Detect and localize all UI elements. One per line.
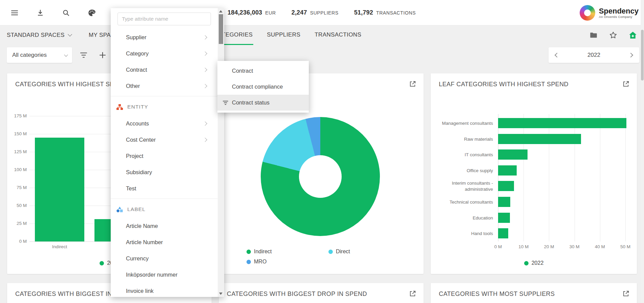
gridline (625, 114, 626, 241)
submenu-item-label: Contract (232, 68, 253, 74)
filter-icon (223, 100, 228, 105)
folder-icon[interactable] (588, 29, 599, 41)
menu-item-currency[interactable]: Currency (111, 250, 218, 266)
palette-icon[interactable] (85, 6, 99, 20)
submenu-item-contract-status[interactable]: Contract status (217, 95, 309, 111)
bar-indirect[interactable] (35, 138, 84, 241)
bar-technical-consultants[interactable] (498, 197, 510, 207)
bar-interim-consultants-administrative[interactable] (498, 181, 514, 191)
menu-item-label: Cost Center (126, 137, 156, 143)
nav-actions (588, 25, 639, 45)
download-icon[interactable] (33, 6, 47, 20)
menu-item-project[interactable]: Project (111, 148, 218, 164)
category-label: IT consultants (432, 152, 493, 158)
brand-subtitle: An Onventis Company (599, 15, 639, 19)
category-label: Hand tools (432, 231, 493, 237)
gridline (575, 114, 575, 241)
scroll-down-icon[interactable] (219, 293, 222, 295)
brand-name: Spendency (599, 7, 639, 15)
legend-label: Direct (336, 249, 350, 255)
menu-item-label: Invoice link (126, 288, 154, 294)
submenu-item-label: Contract status (232, 99, 270, 106)
stat-eur: 184,236,003EUR (228, 9, 276, 16)
menu-section-label: LABEL (111, 201, 218, 218)
menu-item-article-number[interactable]: Article Number (111, 234, 218, 250)
chart-legend: 2022 (431, 260, 637, 266)
external-link-icon[interactable] (622, 290, 630, 298)
bar-education[interactable] (498, 213, 510, 223)
menu-item-other[interactable]: Other (111, 78, 218, 94)
spendency-ring-icon (580, 5, 595, 21)
menu-item-test[interactable]: Test (111, 180, 218, 196)
tab-suppliers[interactable]: SUPPLIERS (266, 25, 301, 45)
menu-item-ink-psorder-nummer[interactable]: Inköpsorder nummer (111, 266, 218, 283)
menu-item-invoice-link[interactable]: Invoice link (111, 283, 218, 297)
search-icon[interactable] (59, 6, 73, 20)
legend-mro: MRO (246, 259, 266, 265)
submenu-item-contract[interactable]: Contract (217, 63, 309, 79)
legend-indirect: Indirect (246, 249, 272, 255)
stat-label: TRANSACTIONS (376, 10, 416, 16)
stat-value: 2,247 (292, 9, 307, 16)
add-filter-icon[interactable] (96, 49, 109, 62)
topbar-icon-group (7, 0, 99, 25)
menu-divider (111, 199, 218, 199)
filter-lines-icon[interactable] (77, 49, 90, 62)
category-label: Indirect (30, 244, 89, 249)
legend-dot (100, 261, 104, 265)
tab-transactions[interactable]: TRANSACTIONS (314, 25, 362, 45)
scroll-up-icon[interactable] (219, 10, 222, 13)
bar-hand-tools[interactable] (498, 228, 508, 238)
horizontal-bar-chart: 0 M10 M20 M30 M40 M50 MManagement consul… (431, 73, 637, 274)
attribute-search-input[interactable] (117, 13, 211, 25)
star-icon[interactable] (607, 29, 619, 41)
x-axis-tick: 40 M (591, 244, 609, 249)
menu-divider (111, 96, 218, 96)
standard-spaces-label: STANDARD SPACES (7, 32, 65, 39)
attribute-dropdown: SupplierCategoryContractOtherENTITYAccou… (111, 8, 224, 297)
submenu-item-contract-compliance[interactable]: Contract compliance (217, 79, 309, 95)
menu-icon[interactable] (7, 6, 22, 20)
card-leaf-categories-highest-spend: LEAF CATEGORIES WITH HIGHEST SPEND 0 M10… (431, 73, 637, 274)
stat-value: 51,792 (354, 9, 373, 16)
bar-management-consultants[interactable] (498, 118, 626, 128)
scrollbar-thumb[interactable] (219, 14, 223, 44)
page-scrollbar[interactable] (641, 0, 644, 303)
menu-item-label: Supplier (126, 34, 147, 41)
menu-item-accounts[interactable]: Accounts (111, 115, 218, 132)
menu-item-label: Inköpsorder nummer (126, 272, 177, 278)
bar-raw-materials[interactable] (498, 134, 581, 144)
menu-item-contract[interactable]: Contract (111, 62, 218, 78)
standard-spaces-menu[interactable]: STANDARD SPACES (7, 25, 71, 45)
dropdown-scrollbar[interactable] (218, 8, 224, 297)
bar-office-supply[interactable] (498, 165, 517, 176)
menu-item-category[interactable]: Category (111, 45, 218, 62)
nav-bar: STANDARD SPACES MY SPACES CATEGORIESSUPP… (0, 25, 644, 45)
menu-item-article-name[interactable]: Article Name (111, 218, 218, 234)
category-label: Education (432, 215, 493, 221)
menu-item-cost-center[interactable]: Cost Center (111, 132, 218, 148)
bar-it-consultants[interactable] (498, 149, 528, 160)
chevron-right-icon (203, 138, 207, 142)
home-add-icon[interactable] (627, 29, 639, 41)
topbar-stats: 184,236,003EUR2,247SUPPLIERS51,792TRANSA… (228, 0, 416, 25)
x-axis-tick: 50 M (616, 244, 635, 249)
menu-item-subsidiary[interactable]: Subsidiary (111, 164, 218, 180)
spendency-dashboard: 184,236,003EUR2,247SUPPLIERS51,792TRANSA… (0, 0, 644, 303)
legend-direct: Direct (328, 249, 350, 255)
page-scrollbar-thumb[interactable] (641, 30, 644, 80)
filter-bar: All categories 2022 (0, 45, 644, 66)
category-filter-select[interactable]: All categories (7, 47, 72, 63)
donut-graphic[interactable] (261, 117, 380, 236)
legend-dot (524, 261, 529, 265)
legend-label: Indirect (254, 249, 272, 255)
donut-hole (299, 155, 342, 198)
menu-item-supplier[interactable]: Supplier (111, 29, 218, 45)
menu-item-label: Other (126, 83, 140, 89)
external-link-icon[interactable] (409, 290, 417, 298)
section-header-label: ENTITY (127, 104, 148, 110)
next-year-button[interactable] (628, 53, 633, 57)
contract-submenu: ContractContract complianceContract stat… (217, 61, 309, 113)
previous-year-button[interactable] (555, 53, 559, 57)
category-label: Interim consultants - administrative (432, 180, 493, 192)
